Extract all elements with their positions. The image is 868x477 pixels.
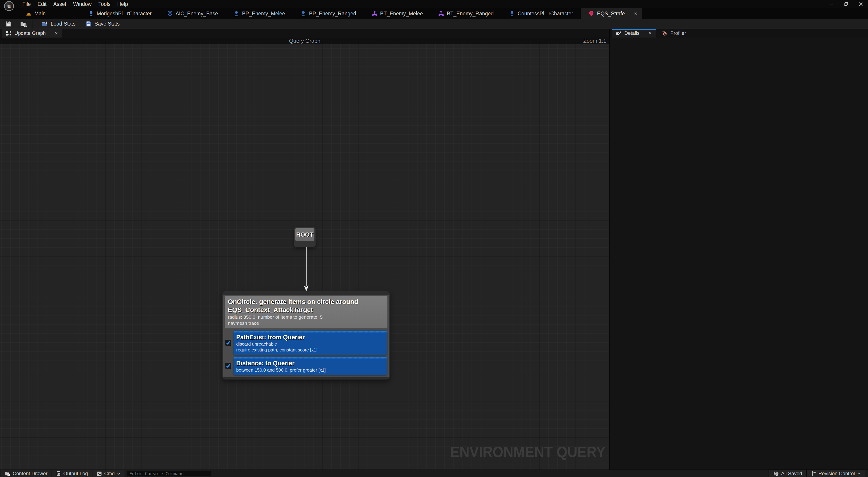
restore-button[interactable] xyxy=(839,0,854,8)
root-node[interactable]: ROOT xyxy=(294,227,315,247)
minimize-button[interactable] xyxy=(825,0,839,8)
test-pathexist[interactable]: PathExist: from Querier discard unreacha… xyxy=(234,331,387,355)
test-row-pathexist: PathExist: from Querier discard unreacha… xyxy=(225,331,387,355)
tab-main[interactable]: Main xyxy=(18,8,53,19)
menu-edit[interactable]: Edit xyxy=(34,0,50,8)
floppy-icon xyxy=(5,21,12,27)
folder-search-icon xyxy=(20,21,27,27)
menu-window[interactable]: Window xyxy=(70,0,95,8)
menu-tools[interactable]: Tools xyxy=(95,0,114,8)
test-line: require existing path, constant score [x… xyxy=(236,347,384,353)
toolbar: Load Stats Save Stats xyxy=(0,19,868,29)
graph-tab-row: Update Graph xyxy=(0,29,610,37)
generator-title: OnCircle: generate items on circle aroun… xyxy=(228,298,384,314)
test-title: PathExist: from Querier xyxy=(236,334,384,341)
graph-header: Query Graph Zoom 1:1 xyxy=(0,37,610,44)
root-node-label: ROOT xyxy=(296,231,313,238)
tab-bp-enemy-ranged[interactable]: BP_Enemy_Ranged xyxy=(293,8,364,19)
profiler-flame-icon xyxy=(662,30,668,36)
unreal-editor-window: u File Edit Asset Window Tools Help Main… xyxy=(0,0,868,477)
level-icon xyxy=(26,10,32,17)
tab-aic-enemy-base[interactable]: AIC_Enemy_Base xyxy=(159,8,226,19)
asset-tab-bar: Main MorigeshPl...rCharacter AIC_Enemy_B… xyxy=(0,8,868,19)
load-stats-icon xyxy=(41,21,48,27)
content-drawer-icon xyxy=(4,471,10,476)
zoom-level-label: Zoom 1:1 xyxy=(583,38,606,44)
test-weight-strip xyxy=(234,357,387,358)
load-stats-button[interactable]: Load Stats xyxy=(36,20,81,28)
save-asset-button[interactable] xyxy=(3,20,14,28)
unreal-logo-icon: u xyxy=(4,1,14,11)
window-controls xyxy=(825,0,868,8)
details-tab-row: Details Profiler xyxy=(610,29,868,37)
behavior-tree-icon xyxy=(372,10,377,17)
details-panel-body xyxy=(610,37,868,470)
toolbar-separator xyxy=(33,19,33,29)
save-stats-icon xyxy=(86,21,92,27)
test-line: discard unreachable xyxy=(236,341,384,347)
tab-morigesh-character[interactable]: MorigeshPl...rCharacter xyxy=(81,8,159,19)
query-graph-canvas[interactable]: Query Graph Zoom 1:1 ENVIRONMENT QUERY R… xyxy=(0,37,610,470)
menu-bar: File Edit Asset Window Tools Help xyxy=(19,0,131,8)
chevron-down-icon xyxy=(857,472,861,475)
test-title: Distance: to Querier xyxy=(236,360,384,367)
test-weight-strip xyxy=(234,331,387,332)
tab-countess-character[interactable]: CountessPl...rCharacter xyxy=(501,8,581,19)
tab-details[interactable]: Details xyxy=(612,29,656,37)
active-tab-accent xyxy=(612,29,656,30)
details-icon xyxy=(616,31,622,36)
tab-update-graph[interactable]: Update Graph xyxy=(2,29,62,37)
tab-bt-enemy-ranged[interactable]: BT_Enemy_Ranged xyxy=(431,8,501,19)
save-status-icon xyxy=(773,471,779,476)
chevron-down-icon xyxy=(117,472,121,475)
character-icon xyxy=(509,10,515,17)
console-command-input[interactable] xyxy=(127,471,211,476)
generator-node[interactable]: OnCircle: generate items on circle aroun… xyxy=(222,291,390,380)
ai-controller-icon xyxy=(167,10,173,17)
title-bar: u File Edit Asset Window Tools Help xyxy=(0,0,868,8)
output-log-button[interactable]: Output Log xyxy=(52,470,92,477)
all-saved-button[interactable]: All Saved xyxy=(769,470,806,477)
graph-icon xyxy=(6,31,12,36)
menu-help[interactable]: Help xyxy=(114,0,131,8)
browse-to-asset-button[interactable] xyxy=(18,20,29,28)
menu-file[interactable]: File xyxy=(19,0,34,8)
test-distance[interactable]: Distance: to Querier between 150.0 and 5… xyxy=(234,357,387,375)
watermark-text: ENVIRONMENT QUERY xyxy=(450,443,605,460)
close-button[interactable] xyxy=(854,0,868,8)
generator-detail-2: navmesh trace xyxy=(228,320,384,326)
generator-header[interactable]: OnCircle: generate items on circle aroun… xyxy=(225,296,388,328)
branch-icon xyxy=(811,471,816,476)
content-drawer-button[interactable]: Content Drawer xyxy=(0,470,52,477)
behavior-tree-icon xyxy=(438,10,444,17)
character-icon xyxy=(301,10,306,17)
svg-text:?: ? xyxy=(590,11,592,15)
cmd-dropdown[interactable]: Cmd xyxy=(92,470,125,477)
eqs-pin-icon: ? xyxy=(588,10,594,17)
menu-asset[interactable]: Asset xyxy=(50,0,70,8)
output-log-icon xyxy=(56,471,61,476)
test-enabled-checkbox[interactable] xyxy=(225,340,231,346)
tab-bt-enemy-melee[interactable]: BT_Enemy_Melee xyxy=(364,8,431,19)
close-tab-icon[interactable] xyxy=(634,11,638,16)
graph-title: Query Graph xyxy=(0,38,610,44)
test-row-distance: Distance: to Querier between 150.0 and 5… xyxy=(225,357,387,375)
character-icon xyxy=(234,10,239,17)
test-line: between 150.0 and 500.0, prefer greater … xyxy=(236,367,384,373)
test-enabled-checkbox[interactable] xyxy=(225,363,231,369)
node-connector xyxy=(302,247,311,291)
status-bar: Content Drawer Output Log Cmd All Saved … xyxy=(0,470,868,477)
save-stats-button[interactable]: Save Stats xyxy=(81,20,125,28)
tab-bp-enemy-melee[interactable]: BP_Enemy_Melee xyxy=(226,8,293,19)
tab-profiler[interactable]: Profiler xyxy=(658,29,690,37)
terminal-icon xyxy=(96,471,102,476)
revision-control-button[interactable]: Revision Control xyxy=(807,470,865,477)
tab-eqs-strafe[interactable]: ? EQS_Strafe xyxy=(581,8,642,19)
close-tab-icon[interactable] xyxy=(54,31,58,35)
generator-detail-1: radius: 350.0, number of items to genera… xyxy=(228,314,384,320)
close-tab-icon[interactable] xyxy=(648,31,652,35)
character-icon xyxy=(88,10,94,17)
